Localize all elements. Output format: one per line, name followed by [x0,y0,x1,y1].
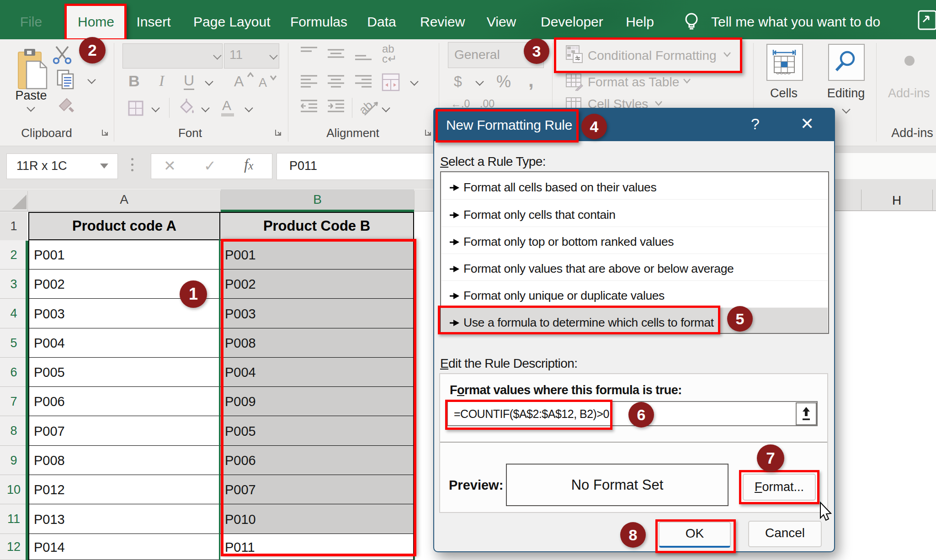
svg-text:ab: ab [360,99,375,117]
